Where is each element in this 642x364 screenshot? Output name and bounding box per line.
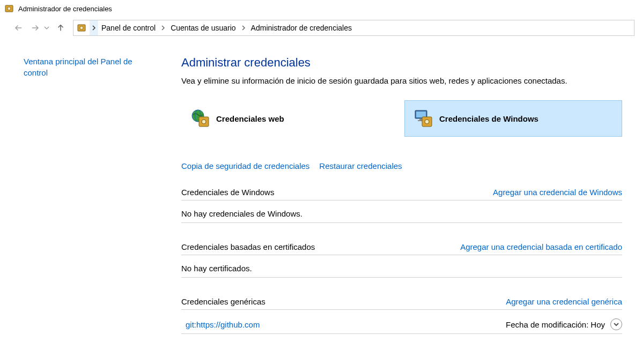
- vault-icon: [73, 20, 90, 35]
- section-windows-credentials: Credenciales de Windows Agregar una cred…: [181, 188, 622, 223]
- forward-button[interactable]: [27, 20, 43, 35]
- main-content: Administrar credenciales Vea y elimine s…: [156, 56, 628, 334]
- credential-actions: Copia de seguridad de credenciales Resta…: [181, 161, 622, 170]
- backup-credentials-link[interactable]: Copia de seguridad de credenciales: [181, 161, 309, 170]
- modified-value: Hoy: [591, 320, 605, 329]
- globe-vault-icon: [190, 108, 211, 129]
- navigation-bar: Panel de control Cuentas de usuario Admi…: [0, 17, 642, 39]
- titlebar: Administrador de credenciales: [0, 0, 642, 17]
- address-bar[interactable]: Panel de control Cuentas de usuario Admi…: [73, 20, 634, 36]
- empty-message: No hay certificados.: [181, 261, 622, 278]
- breadcrumb-item[interactable]: Panel de control: [98, 20, 159, 35]
- empty-message: No hay credenciales de Windows.: [181, 206, 622, 223]
- recent-dropdown[interactable]: [43, 25, 50, 31]
- modified-label: Fecha de modificación:: [506, 320, 588, 329]
- svg-point-3: [80, 26, 83, 29]
- breadcrumb-item[interactable]: Cuentas de usuario: [167, 20, 239, 35]
- svg-point-1: [8, 7, 11, 10]
- breadcrumb-item[interactable]: Administrador de credenciales: [248, 20, 355, 35]
- tab-windows-credentials[interactable]: Credenciales de Windows: [404, 100, 622, 137]
- credential-tabs: Credenciales web Credenciales de Windows: [181, 100, 622, 137]
- add-windows-credential-link[interactable]: Agregar una credencial de Windows: [493, 188, 622, 197]
- svg-point-8: [202, 120, 206, 124]
- page-title: Administrar credenciales: [181, 56, 622, 70]
- expand-button[interactable]: [610, 318, 622, 330]
- monitor-vault-icon: [414, 108, 434, 129]
- tab-web-credentials[interactable]: Credenciales web: [181, 100, 399, 137]
- credential-row[interactable]: git:https://github.com Fecha de modifica…: [181, 315, 622, 334]
- chevron-right-icon[interactable]: [90, 20, 98, 35]
- section-generic-credentials: Credenciales genéricas Agregar una crede…: [181, 297, 622, 334]
- section-title: Credenciales de Windows: [181, 188, 274, 197]
- vault-icon: [4, 4, 14, 13]
- up-button[interactable]: [53, 20, 69, 35]
- chevron-right-icon[interactable]: [239, 20, 248, 35]
- add-generic-credential-link[interactable]: Agregar una credencial genérica: [506, 297, 622, 306]
- add-certificate-credential-link[interactable]: Agregar una credencial basada en certifi…: [460, 242, 622, 251]
- tab-label: Credenciales web: [216, 114, 284, 123]
- svg-point-14: [425, 120, 429, 124]
- restore-credentials-link[interactable]: Restaurar credenciales: [319, 161, 402, 170]
- section-title: Credenciales basadas en certificados: [181, 242, 315, 251]
- svg-rect-10: [416, 112, 426, 117]
- chevron-right-icon[interactable]: [159, 20, 167, 35]
- credential-name: git:https://github.com: [181, 320, 506, 329]
- control-panel-home-link[interactable]: Ventana principal del Panel de control: [24, 57, 132, 77]
- tab-label: Credenciales de Windows: [439, 114, 538, 123]
- page-description: Vea y elimine su información de inicio d…: [181, 75, 622, 86]
- section-title: Credenciales genéricas: [181, 297, 265, 306]
- window-title: Administrador de credenciales: [18, 5, 112, 13]
- section-certificate-credentials: Credenciales basadas en certificados Agr…: [181, 242, 622, 278]
- sidebar: Ventana principal del Panel de control: [0, 56, 156, 334]
- back-button[interactable]: [11, 20, 27, 35]
